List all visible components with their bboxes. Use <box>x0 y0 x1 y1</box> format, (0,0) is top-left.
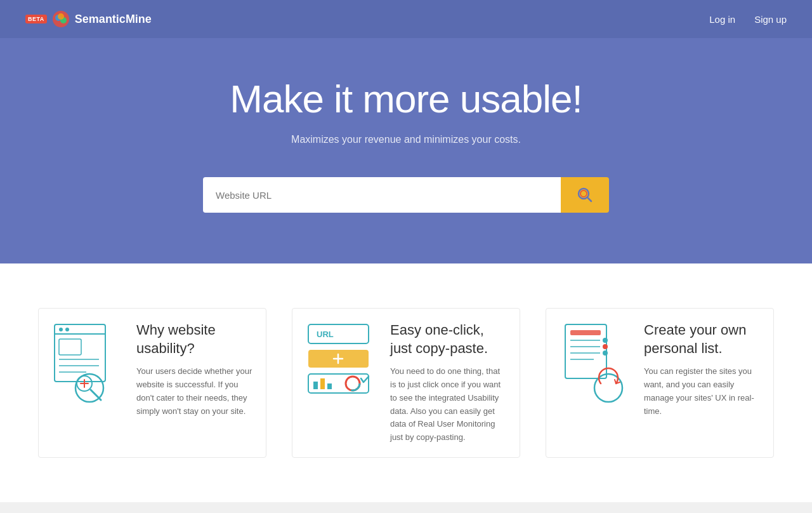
feature-icon-usability <box>51 321 121 444</box>
svg-point-5 <box>580 190 587 197</box>
logo-area: BETA SemanticMine <box>25 10 152 28</box>
feature-icon-copypaste: URL <box>305 321 375 444</box>
svg-rect-26 <box>313 382 318 389</box>
hero-title: Make it more usable! <box>230 76 582 121</box>
feature-card-personallist: Create your own personal list. You can r… <box>546 308 774 458</box>
svg-point-9 <box>59 328 63 331</box>
login-link[interactable]: Log in <box>709 14 735 25</box>
hero-subtitle: Maximizes your revenue and minimizes you… <box>291 134 521 145</box>
signup-link[interactable]: Sign up <box>754 14 787 25</box>
feature-title-personallist: Create your own personal list. <box>644 321 761 357</box>
feature-text-usability: Why website usability? Your users decide… <box>136 321 253 444</box>
feature-icon-personallist <box>559 321 629 444</box>
search-bar <box>203 177 609 213</box>
feature-title-usability: Why website usability? <box>136 321 253 357</box>
feature-desc-usability: Your users decide whether your website i… <box>136 365 253 418</box>
feature-text-copypaste: Easy one-click, just copy-paste. You nee… <box>390 321 507 444</box>
footer: © 2015 4Grit Inc. All rights Reserved Ab… <box>0 502 812 513</box>
beta-badge: BETA <box>25 15 47 23</box>
svg-point-37 <box>603 338 608 343</box>
svg-point-38 <box>603 344 608 349</box>
header: BETA SemanticMine Log in Sign up <box>0 0 812 38</box>
svg-rect-28 <box>327 383 332 389</box>
search-input[interactable] <box>203 177 561 213</box>
svg-line-17 <box>91 390 101 400</box>
feature-title-copypaste: Easy one-click, just copy-paste. <box>390 321 507 357</box>
features-section: Why website usability? Your users decide… <box>0 263 812 502</box>
search-button[interactable] <box>561 177 609 213</box>
svg-rect-11 <box>59 339 81 355</box>
svg-line-6 <box>587 197 591 201</box>
logo-text: SemanticMine <box>75 13 152 26</box>
feature-card-copypaste: URL Easy one-click, just copy-paste. <box>292 308 520 458</box>
feature-card-usability: Why website usability? Your users decide… <box>38 308 266 458</box>
svg-point-10 <box>65 328 69 331</box>
svg-rect-32 <box>570 330 601 335</box>
svg-point-3 <box>58 13 64 20</box>
feature-desc-personallist: You can register the sites you want, and… <box>644 365 761 418</box>
feature-text-personallist: Create your own personal list. You can r… <box>644 321 761 444</box>
logo-icon <box>52 10 70 28</box>
svg-rect-27 <box>320 378 325 389</box>
svg-rect-7 <box>55 324 105 382</box>
nav-links: Log in Sign up <box>709 14 787 25</box>
feature-desc-copypaste: You need to do one thing, that is to jus… <box>390 365 507 444</box>
hero-section: Make it more usable! Maximizes your reve… <box>0 38 812 263</box>
svg-point-39 <box>603 350 608 356</box>
svg-text:URL: URL <box>317 330 334 339</box>
search-icon <box>576 186 594 204</box>
